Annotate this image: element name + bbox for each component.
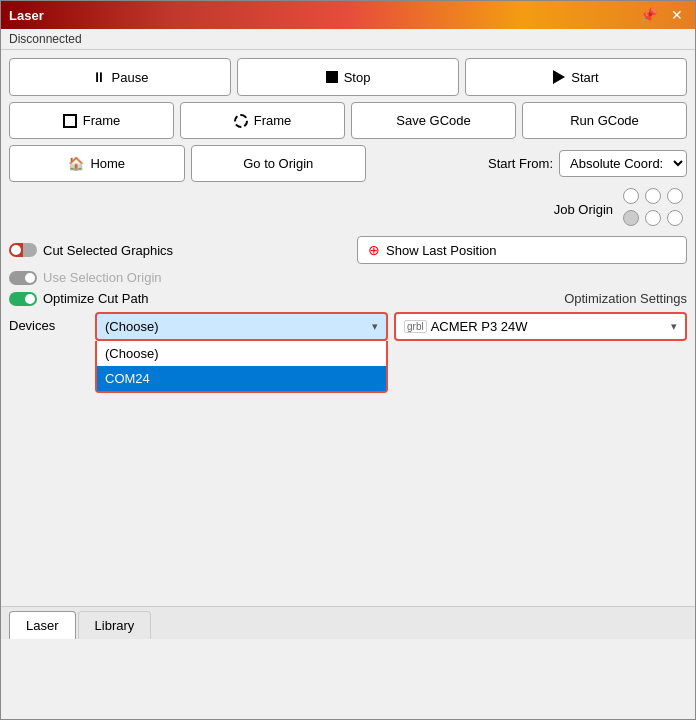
optimize-row: Optimize Cut Path Optimization Settings [9,291,687,306]
cut-selected-toggle[interactable] [9,243,37,257]
acmer-name: ACMER P3 24W [431,319,528,334]
devices-selected-value: (Choose) [105,319,158,334]
stop-icon [326,71,338,83]
run-gcode-button[interactable]: Run GCode [522,102,687,139]
frame-circle-icon [234,114,248,128]
pause-icon: ⏸ [92,69,106,85]
start-button[interactable]: Start [465,58,687,96]
devices-chevron-icon: ▾ [372,320,378,333]
save-gcode-button[interactable]: Save GCode [351,102,516,139]
title-bar: Laser 📌 ✕ [1,1,695,29]
start-label: Start [571,70,598,85]
title-bar-controls: 📌 ✕ [636,7,687,23]
cut-selected-row: Cut Selected Graphics ⊕ Show Last Positi… [9,236,687,264]
home-button[interactable]: 🏠 Home [9,145,185,182]
main-content: ⏸ Pause Stop Start Frame Frame [1,50,695,606]
start-from-label: Start From: [488,156,553,171]
optimization-settings-label: Optimization Settings [564,291,687,306]
origin-radio-tl[interactable] [623,188,639,204]
frame1-label: Frame [83,113,121,128]
dropdown-item-com24-label: COM24 [105,371,150,386]
job-origin-grid [623,188,687,230]
origin-radio-tc[interactable] [645,188,661,204]
cut-selected-label: Cut Selected Graphics [43,243,351,258]
tab-library[interactable]: Library [78,611,152,639]
window-title: Laser [9,8,44,23]
optimize-cut-label: Optimize Cut Path [43,291,558,306]
play-icon [553,70,565,84]
show-last-position-label: Show Last Position [386,243,497,258]
frame-square-button[interactable]: Frame [9,102,174,139]
grbl-badge: grbl [404,320,427,333]
playback-controls-row: ⏸ Pause Stop Start [9,58,687,96]
laser-window: Laser 📌 ✕ Disconnected ⏸ Pause Stop Star… [0,0,696,720]
dropdown-item-com24[interactable]: COM24 [97,366,386,391]
dropdown-item-choose[interactable]: (Choose) [97,341,386,366]
job-origin-section: Job Origin [9,188,687,230]
devices-dropdown-container: (Choose) ▾ (Choose) COM24 [95,312,388,341]
status-bar: Disconnected [1,29,695,50]
devices-row: Devices (Choose) ▾ (Choose) COM24 [9,312,687,341]
devices-dropdown-menu: (Choose) COM24 [95,341,388,393]
tab-library-label: Library [95,618,135,633]
tab-laser[interactable]: Laser [9,611,76,639]
home-label: Home [90,156,125,171]
go-to-origin-label: Go to Origin [243,156,313,171]
stop-button[interactable]: Stop [237,58,459,96]
tab-laser-label: Laser [26,618,59,633]
dropdown-item-choose-label: (Choose) [105,346,158,361]
origin-radio-bl[interactable] [623,210,639,226]
origin-radio-tr[interactable] [667,188,683,204]
start-from-select[interactable]: Absolute Coord: Current Position User Or… [559,150,687,177]
use-selection-row: Use Selection Origin [9,270,687,285]
acmer-label-container: grbl ACMER P3 24W [404,319,528,334]
bottom-area [1,639,695,719]
use-selection-toggle[interactable] [9,271,37,285]
close-button[interactable]: ✕ [667,7,687,23]
frame-row: Frame Frame Save GCode Run GCode [9,102,687,139]
devices-label: Devices [9,312,89,333]
optimize-cut-toggle[interactable] [9,292,37,306]
go-to-origin-button[interactable]: Go to Origin [191,145,367,182]
stop-label: Stop [344,70,371,85]
pause-button[interactable]: ⏸ Pause [9,58,231,96]
frame-square-icon [63,114,77,128]
frame2-label: Frame [254,113,292,128]
tab-bar: Laser Library [1,606,695,639]
origin-radio-bc[interactable] [645,210,661,226]
crosshair-icon: ⊕ [368,242,380,258]
origin-radio-br[interactable] [667,210,683,226]
use-selection-label: Use Selection Origin [43,270,162,285]
show-last-position-button[interactable]: ⊕ Show Last Position [357,236,687,264]
acmer-chevron-icon: ▾ [671,320,677,333]
connection-status: Disconnected [9,32,82,46]
save-gcode-label: Save GCode [396,113,470,128]
optimization-settings-button[interactable]: Optimization Settings [564,291,687,306]
pin-button[interactable]: 📌 [636,7,661,23]
devices-dropdown-trigger[interactable]: (Choose) ▾ [95,312,388,341]
run-gcode-label: Run GCode [570,113,639,128]
pause-label: Pause [112,70,149,85]
frame-circle-button[interactable]: Frame [180,102,345,139]
home-icon: 🏠 [68,156,84,171]
job-origin-label: Job Origin [554,202,613,217]
acmer-dropdown[interactable]: grbl ACMER P3 24W ▾ [394,312,687,341]
